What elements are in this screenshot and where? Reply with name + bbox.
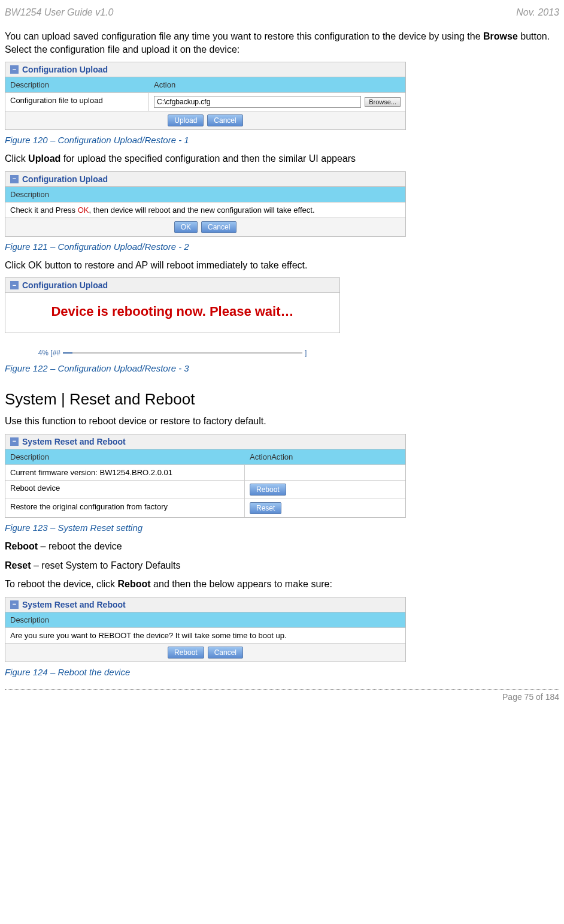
panel4-title: System Reset and Reboot: [22, 437, 126, 446]
page-number: Page 75 of 184: [502, 692, 559, 702]
panel3-header: − Configuration Upload: [5, 278, 339, 293]
panel2-header-row: Description: [5, 187, 405, 203]
panel2-title: Configuration Upload: [22, 174, 108, 184]
section-title-reset-reboot: System | Reset and Reboot: [5, 390, 559, 409]
reboot-device-label: Reboot device: [5, 481, 245, 499]
intro-paragraph-5: To reboot the device, click Reboot and t…: [5, 578, 559, 591]
panel2-header: − Configuration Upload: [5, 172, 405, 187]
config-file-input[interactable]: [154, 96, 361, 108]
panel5-message-row: Are you sure you want to REBOOT the devi…: [5, 628, 405, 644]
panel2-msg-a: Check it and Press: [10, 206, 78, 215]
intro2-text-b: for upload the specified configuration a…: [60, 153, 356, 164]
restore-factory-label: Restore the original configuration from …: [5, 499, 245, 517]
reboot-button[interactable]: Reboot: [250, 484, 286, 496]
figure-caption-121: Figure 121 – Configuration Upload/Restor…: [5, 241, 559, 252]
panel4-row-firmware: Current firmware version: BW1254.BRO.2.0…: [5, 465, 405, 481]
cancel-button[interactable]: Cancel: [207, 114, 242, 126]
reboot-term: Reboot: [5, 541, 38, 551]
config-upload-panel-3: − Configuration Upload Device is rebooti…: [5, 277, 340, 333]
panel1-header-row: Description Action: [5, 77, 405, 93]
panel1-title: Configuration Upload: [22, 65, 108, 74]
collapse-icon[interactable]: −: [10, 175, 19, 183]
progress-fill: [63, 352, 72, 354]
figure-caption-123: Figure 123 – System Reset setting: [5, 523, 559, 533]
reboot-confirm-panel: − System Reset and Reboot Description Ar…: [5, 597, 406, 662]
panel5-th-description: Description: [5, 612, 405, 627]
panel2-footer: OK Cancel: [5, 218, 405, 236]
intro1-bold: Browse: [483, 31, 518, 41]
section-intro: Use this function to reboot device or re…: [5, 415, 559, 428]
intro-paragraph-2: Click Upload for upload the specified co…: [5, 152, 559, 165]
reboot-description: Reboot – reboot the device: [5, 540, 559, 553]
intro5-bold: Reboot: [118, 579, 151, 589]
panel4-th-action: ActionAction: [245, 449, 405, 464]
page-header: BW1254 User Guide v1.0 Nov. 2013: [5, 7, 559, 18]
system-reset-panel: − System Reset and Reboot Description Ac…: [5, 434, 406, 518]
reset-def: – reset System to Factory Defaults: [31, 560, 181, 570]
panel5-title: System Reset and Reboot: [22, 600, 126, 609]
panel2-msg-ok: OK: [78, 206, 89, 215]
panel1-th-description: Description: [5, 77, 149, 92]
panel2-msg-b: , then device will reboot and the new co…: [89, 206, 315, 215]
intro1-text-a: You can upload saved configuration file …: [5, 31, 483, 41]
panel1-th-action: Action: [149, 77, 405, 92]
panel1-header: − Configuration Upload: [5, 62, 405, 77]
panel1-row-label: Configuration file to upload: [5, 93, 149, 111]
panel4-header-row: Description ActionAction: [5, 449, 405, 465]
figure-caption-124: Figure 124 – Reboot the device: [5, 667, 559, 677]
collapse-icon[interactable]: −: [10, 600, 19, 609]
progress-bar: [63, 352, 302, 354]
cancel-button[interactable]: Cancel: [208, 647, 243, 659]
reboot-confirm-button[interactable]: Reboot: [168, 647, 204, 659]
intro2-text-a: Click: [5, 153, 28, 164]
doc-date: Nov. 2013: [516, 7, 559, 18]
cancel-button[interactable]: Cancel: [201, 221, 236, 233]
intro2-bold: Upload: [28, 153, 60, 164]
firmware-version-label: Current firmware version: BW1254.BRO.2.0…: [5, 465, 245, 480]
panel1-footer: Upload Cancel: [5, 111, 405, 129]
figure-caption-120: Figure 120 – Configuration Upload/Restor…: [5, 135, 559, 145]
collapse-icon[interactable]: −: [10, 437, 19, 446]
collapse-icon[interactable]: −: [10, 281, 19, 289]
reset-term: Reset: [5, 560, 31, 570]
panel4-th-description: Description: [5, 449, 245, 464]
upload-button[interactable]: Upload: [168, 114, 204, 126]
panel5-footer: Reboot Cancel: [5, 644, 405, 662]
reboot-message: Device is rebooting now. Please wait…: [5, 293, 339, 333]
panel5-header-row: Description: [5, 612, 405, 628]
browse-button[interactable]: Browse...: [365, 97, 401, 107]
reset-button[interactable]: Reset: [250, 502, 281, 514]
intro5-text-b: and then the below appears to make sure:: [151, 579, 332, 589]
config-upload-panel-1: − Configuration Upload Description Actio…: [5, 62, 406, 130]
panel2-message-row: Check it and Press OK, then device will …: [5, 203, 405, 218]
intro-paragraph-1: You can upload saved configuration file …: [5, 30, 559, 56]
panel4-row-reset: Restore the original configuration from …: [5, 499, 405, 517]
config-upload-panel-2: − Configuration Upload Description Check…: [5, 171, 406, 237]
figure-caption-122: Figure 122 – Configuration Upload/Restor…: [5, 363, 559, 373]
panel2-th-description: Description: [5, 187, 405, 202]
intro-paragraph-3: Click OK button to restore and AP will r…: [5, 259, 559, 272]
progress-percent-label: 4% [##: [38, 349, 60, 357]
panel1-row-upload: Configuration file to upload Browse...: [5, 93, 405, 111]
panel4-header: − System Reset and Reboot: [5, 434, 405, 449]
intro5-text-a: To reboot the device, click: [5, 579, 118, 589]
collapse-icon[interactable]: −: [10, 65, 19, 74]
doc-title: BW1254 User Guide v1.0: [5, 7, 113, 18]
page-footer: Page 75 of 184: [5, 689, 559, 702]
panel4-row-reboot: Reboot device Reboot: [5, 481, 405, 499]
panel3-title: Configuration Upload: [22, 280, 108, 290]
reboot-def: – reboot the device: [38, 541, 122, 551]
ok-button[interactable]: OK: [174, 221, 198, 233]
progress-end-bracket: ]: [305, 349, 307, 357]
panel5-header: − System Reset and Reboot: [5, 597, 405, 612]
reset-description: Reset – reset System to Factory Defaults: [5, 559, 559, 572]
progress-area: 4% [## ]: [5, 338, 340, 360]
